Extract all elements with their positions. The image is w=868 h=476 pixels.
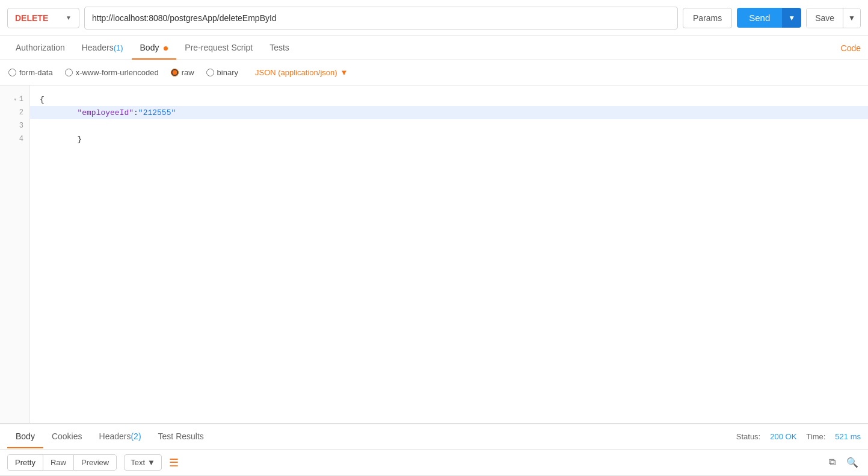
request-tabs: Authorization Headers(1) Body Pre-reques…: [0, 36, 868, 60]
format-group: Pretty Raw Preview: [7, 454, 117, 471]
send-group: Send ▼: [737, 8, 801, 28]
raw-radio[interactable]: [171, 69, 179, 76]
status-value: 200 OK: [770, 432, 796, 441]
body-dot: [164, 46, 168, 51]
binary-option[interactable]: binary: [206, 68, 238, 77]
tab-authorization[interactable]: Authorization: [7, 37, 73, 60]
json-type-label: JSON (application/json): [255, 68, 337, 77]
binary-radio[interactable]: [206, 69, 214, 76]
raw-button[interactable]: Raw: [43, 455, 73, 470]
search-icon[interactable]: 🔍: [844, 454, 861, 471]
line-num-4: 4: [19, 135, 23, 143]
url-input[interactable]: [84, 7, 678, 29]
json-val-employeeId: "212555": [138, 108, 176, 117]
binary-label: binary: [217, 68, 238, 77]
action-icons: ⧉ 🔍: [826, 454, 861, 471]
line-number-2: 2: [0, 106, 29, 119]
send-button[interactable]: Send: [737, 8, 782, 28]
code-line-4: }: [40, 132, 858, 146]
colon: :: [134, 108, 138, 117]
form-data-label: form-data: [19, 68, 53, 77]
response-tab-test-results[interactable]: Test Results: [150, 425, 212, 448]
line-num-1: 1: [19, 95, 23, 104]
form-data-option[interactable]: form-data: [8, 68, 53, 77]
params-button[interactable]: Params: [683, 8, 732, 28]
send-dropdown-button[interactable]: ▼: [782, 8, 801, 28]
time-label: Time:: [806, 432, 825, 441]
code-indent-2: [40, 135, 77, 144]
json-type-dropdown[interactable]: JSON (application/json) ▼: [255, 68, 348, 77]
save-dropdown-button[interactable]: ▼: [843, 8, 860, 28]
raw-label: raw: [182, 68, 194, 77]
open-brace: {: [40, 95, 45, 104]
response-tab-headers[interactable]: Headers(2): [91, 425, 150, 448]
line-number-1: ▾ 1: [0, 93, 29, 106]
status-label: Status:: [736, 432, 760, 441]
url-encoded-option[interactable]: x-www-form-urlencoded: [65, 68, 159, 77]
json-chevron-icon: ▼: [340, 68, 348, 77]
response-tabs-bar: Body Cookies Headers(2) Test Results Sta…: [0, 424, 868, 450]
tab-prerequest[interactable]: Pre-request Script: [176, 37, 261, 60]
body-options: form-data x-www-form-urlencoded raw bina…: [0, 60, 868, 85]
status-info: Status: 200 OK Time: 521 ms: [736, 432, 861, 441]
expand-arrow-icon: ▾: [13, 96, 16, 103]
url-encoded-radio[interactable]: [65, 69, 73, 76]
json-key-employeeId: "employeeId": [77, 108, 134, 117]
copy-icon[interactable]: ⧉: [826, 454, 838, 471]
method-button[interactable]: DELETE ▼: [7, 8, 79, 28]
preview-button[interactable]: Preview: [74, 455, 116, 470]
method-chevron-icon: ▼: [66, 14, 72, 21]
code-indent: [40, 108, 77, 117]
method-label: DELETE: [15, 13, 48, 23]
tab-tests[interactable]: Tests: [261, 37, 298, 60]
code-editor[interactable]: { "employeeId":"212555" }: [30, 85, 868, 423]
text-dropdown-label: Text: [131, 458, 145, 467]
form-data-radio[interactable]: [8, 69, 16, 76]
code-line-3: [40, 119, 858, 132]
text-dropdown[interactable]: Text ▼: [124, 454, 162, 471]
tab-headers-label: Headers: [82, 43, 114, 52]
code-line-2: "employeeId":"212555": [30, 106, 868, 119]
pretty-button[interactable]: Pretty: [8, 455, 43, 470]
response-tab-cookies[interactable]: Cookies: [43, 425, 91, 448]
line-num-2: 2: [19, 108, 23, 117]
tab-headers[interactable]: Headers(1): [73, 37, 132, 60]
response-section: Body Cookies Headers(2) Test Results Sta…: [0, 423, 868, 476]
code-line-1: {: [40, 93, 858, 106]
tab-headers-badge: (1): [114, 43, 123, 52]
response-headers-badge: (2): [131, 431, 141, 441]
wrap-icon[interactable]: ☰: [169, 456, 179, 469]
tab-body[interactable]: Body: [132, 37, 177, 60]
line-number-3: 3: [0, 119, 29, 132]
save-button[interactable]: Save: [807, 8, 843, 28]
time-value: 521 ms: [835, 432, 861, 441]
tab-body-label: Body: [140, 43, 159, 52]
text-chevron-icon: ▼: [147, 458, 155, 467]
raw-option[interactable]: raw: [171, 68, 194, 77]
response-headers-label: Headers: [99, 431, 131, 441]
line-num-3: 3: [19, 122, 23, 130]
format-bar: Pretty Raw Preview Text ▼ ☰ ⧉ 🔍: [0, 450, 868, 476]
editor-area: ▾ 1 2 3 4 { "employeeId":"212555" }: [0, 85, 868, 423]
response-tab-body[interactable]: Body: [7, 425, 43, 448]
close-brace: }: [77, 135, 82, 144]
code-link[interactable]: Code: [841, 43, 861, 53]
line-number-4: 4: [0, 132, 29, 146]
line-numbers: ▾ 1 2 3 4: [0, 85, 30, 423]
save-group: Save ▼: [806, 8, 861, 28]
url-encoded-label: x-www-form-urlencoded: [76, 68, 159, 77]
top-bar: DELETE ▼ Params Send ▼ Save ▼: [0, 0, 868, 36]
